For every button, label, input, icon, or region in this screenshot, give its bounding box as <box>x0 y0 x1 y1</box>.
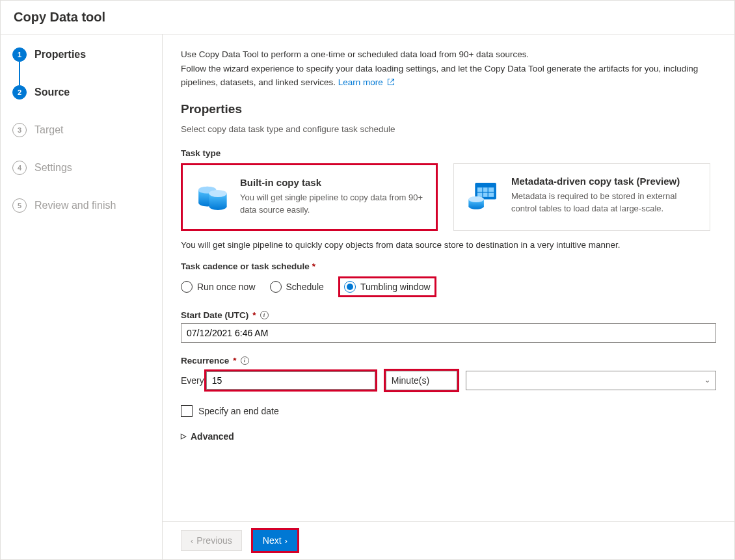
radio-tumbling-window[interactable]: Tumbling window <box>344 281 431 293</box>
recurrence-prefix: Every <box>181 375 204 386</box>
highlight-box: Minute(s) <box>384 369 459 392</box>
start-date-field: Start Date (UTC) * i <box>181 310 716 343</box>
task-note: You will get single pipeline to quickly … <box>181 240 716 250</box>
wizard-footer: ‹ Previous Next › <box>163 521 734 559</box>
end-date-label: Specify an end date <box>198 406 279 416</box>
app-window: Copy Data tool 1 Properties 2 Source 3 T… <box>0 0 735 560</box>
chevron-down-icon: ⌄ <box>704 376 710 384</box>
highlight-box <box>204 369 377 392</box>
card-title: Built-in copy task <box>240 177 424 188</box>
radio-label: Run once now <box>197 282 256 292</box>
radio-schedule[interactable]: Schedule <box>270 281 324 293</box>
advanced-toggle[interactable]: ▷ Advanced <box>181 431 716 442</box>
step-label: Properties <box>34 49 86 60</box>
next-button[interactable]: Next › <box>253 530 297 551</box>
card-desc: Metadata is required to be stored in ext… <box>511 191 698 215</box>
card-builtin-copy-task[interactable]: Built-in copy task You will get single p… <box>181 163 438 231</box>
chevron-right-icon: › <box>285 536 287 546</box>
main-panel: Use Copy Data Tool to perform a one-time… <box>163 34 734 559</box>
info-icon[interactable]: i <box>260 311 269 319</box>
step-number: 4 <box>12 161 27 175</box>
cadence-label: Task cadence or task schedule * <box>181 261 716 271</box>
info-icon[interactable]: i <box>241 356 249 365</box>
step-label: Settings <box>34 162 72 174</box>
highlight-box: Tumbling window <box>338 276 436 297</box>
end-date-row: Specify an end date <box>181 405 716 417</box>
radio-label: Schedule <box>286 282 324 292</box>
step-label: Source <box>34 87 70 98</box>
intro-line1: Use Copy Data Tool to perform a one-time… <box>181 49 529 59</box>
card-desc: You will get single pipeline to copy dat… <box>240 192 424 217</box>
step-number: 2 <box>12 85 27 100</box>
intro-line2: Follow the wizard experience to specify … <box>181 64 698 88</box>
intro-text: Use Copy Data Tool to perform a one-time… <box>181 47 716 90</box>
step-target[interactable]: 3 Target <box>12 123 162 137</box>
step-number: 1 <box>12 47 27 62</box>
radio-run-once[interactable]: Run once now <box>181 281 256 293</box>
task-type-cards: Built-in copy task You will get single p… <box>181 163 716 231</box>
start-date-label: Start Date (UTC) <box>181 310 248 320</box>
step-settings[interactable]: 4 Settings <box>12 161 162 175</box>
step-review[interactable]: 5 Review and finish <box>12 198 162 213</box>
step-label: Target <box>34 124 63 136</box>
svg-point-3 <box>209 190 226 197</box>
task-type-label: Task type <box>181 148 716 158</box>
recurrence-field: Recurrence * i Every Minute(s) <box>181 356 716 392</box>
chevron-left-icon: ‹ <box>191 536 193 546</box>
card-metadata-copy-task[interactable]: Metadata-driven copy task (Preview) Meta… <box>453 163 710 231</box>
database-icon <box>192 177 232 217</box>
table-database-icon <box>463 176 503 216</box>
external-link-icon <box>387 76 395 90</box>
recurrence-unit-display[interactable]: Minute(s) <box>386 371 457 390</box>
step-number: 3 <box>12 123 27 137</box>
triangle-right-icon: ▷ <box>181 432 186 440</box>
highlight-box: Next › <box>251 528 299 553</box>
step-number: 5 <box>12 198 27 213</box>
svg-point-10 <box>468 196 484 202</box>
radio-icon <box>181 281 193 293</box>
body: 1 Properties 2 Source 3 Target 4 Setting… <box>1 34 734 559</box>
step-label: Review and finish <box>34 200 116 211</box>
recurrence-unit-select[interactable]: ⌄ <box>466 371 716 390</box>
properties-heading: Properties <box>181 102 716 116</box>
end-date-checkbox[interactable] <box>181 405 193 417</box>
card-title: Metadata-driven copy task (Preview) <box>511 176 698 187</box>
content: Use Copy Data Tool to perform a one-time… <box>163 34 734 521</box>
recurrence-value-input[interactable] <box>206 371 375 390</box>
learn-more-link[interactable]: Learn more <box>338 77 395 87</box>
properties-subtitle: Select copy data task type and configure… <box>181 124 716 134</box>
start-date-input[interactable] <box>181 323 716 343</box>
page-title: Copy Data tool <box>1 1 734 34</box>
advanced-label: Advanced <box>191 431 234 442</box>
step-connector <box>19 62 20 85</box>
cadence-radio-group: Run once now Schedule Tumbling window <box>181 276 716 297</box>
step-source[interactable]: 2 Source <box>12 85 162 100</box>
recurrence-label: Recurrence <box>181 356 229 366</box>
radio-icon <box>344 281 356 293</box>
step-properties[interactable]: 1 Properties <box>12 47 162 62</box>
radio-label: Tumbling window <box>360 282 431 292</box>
radio-icon <box>270 281 282 293</box>
previous-button[interactable]: ‹ Previous <box>181 530 242 551</box>
wizard-sidebar: 1 Properties 2 Source 3 Target 4 Setting… <box>1 34 163 559</box>
